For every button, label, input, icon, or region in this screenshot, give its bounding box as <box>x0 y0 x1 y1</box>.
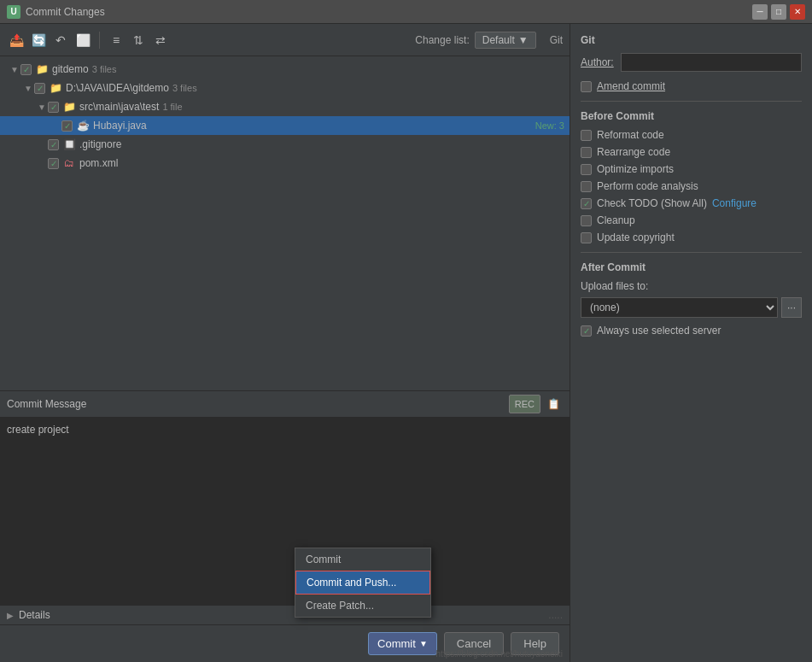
commit-dropdown-arrow-icon: ▼ <box>419 639 428 648</box>
perform-row: Perform code analysis <box>581 180 802 192</box>
perform-checkbox[interactable] <box>581 181 592 192</box>
always-use-checkbox[interactable] <box>581 325 592 337</box>
rearrange-row: Rearrange code <box>581 146 802 158</box>
upload-label: Upload files to: <box>581 280 802 292</box>
commit-message-header: Commit Message REC 📋 <box>0 391 570 417</box>
checkbox-gitignore[interactable] <box>48 139 59 150</box>
upload-more-button[interactable]: ··· <box>781 297 802 318</box>
author-input[interactable] <box>621 53 802 72</box>
tree-count-src: 1 file <box>162 102 182 112</box>
toolbar-btn-rollback[interactable]: ↶ <box>51 31 70 50</box>
commit-button[interactable]: Commit ▼ <box>368 632 437 655</box>
checktodo-checkbox[interactable] <box>581 198 592 209</box>
cleanup-row: Cleanup <box>581 214 802 226</box>
changelist-label: Change list: <box>415 34 469 46</box>
configure-link[interactable]: Configure <box>712 197 757 209</box>
minimize-button[interactable]: ─ <box>752 4 768 20</box>
dropdown-item-create-patch[interactable]: Create Patch... <box>295 595 430 617</box>
tree-row-hubayi[interactable]: ▶ ☕ Hubayi.java New: 3 <box>0 116 570 135</box>
rearrange-checkbox[interactable] <box>581 147 592 158</box>
commit-message-controls: REC 📋 <box>509 395 563 413</box>
toolbar-separator <box>99 32 100 49</box>
changelist-button[interactable]: Default ▼ <box>475 32 536 49</box>
always-use-label: Always use selected server <box>597 325 721 337</box>
folder-icon-path1: 📁 <box>49 81 62 95</box>
dropdown-item-commit-push[interactable]: Commit and Push... <box>295 571 430 595</box>
tree-row-pom[interactable]: ▶ 🗂 pom.xml <box>0 154 570 173</box>
amend-commit-label: Amend commit <box>597 80 665 92</box>
checkbox-pom[interactable] <box>48 158 59 169</box>
tree-row-gitignore[interactable]: ▶ 🔲 .gitignore <box>0 135 570 154</box>
file-tree[interactable]: ▼ 📁 gitdemo 3 files ▼ 📁 D:\JAVA\IDEA\git… <box>0 56 570 390</box>
perform-label: Perform code analysis <box>597 180 698 192</box>
git-section-title: Git <box>581 34 802 46</box>
maximize-button[interactable]: □ <box>771 4 786 20</box>
details-arrow-icon: ▶ <box>7 611 14 620</box>
title-bar: U Commit Changes ─ □ ✕ <box>0 0 812 24</box>
toolbar-btn-compare[interactable]: ⬜ <box>73 31 92 50</box>
window-title: Commit Changes <box>26 6 752 18</box>
toolbar-btn-update[interactable]: 🔄 <box>29 31 48 50</box>
author-label: Author: <box>581 56 614 68</box>
checktodo-row: Check TODO (Show All) Configure <box>581 197 802 209</box>
close-button[interactable]: ✕ <box>790 4 805 20</box>
toolbar: 📤 🔄 ↶ ⬜ ≡ ⇅ ⇄ Change list: Default ▼ Git <box>0 24 570 56</box>
watermark-text: https://blog.csdn.net/hutuyaoneixi <box>436 649 563 659</box>
checkbox-hubayi[interactable] <box>61 120 73 132</box>
tree-label-hubayi: Hubayi.java <box>93 120 147 132</box>
details-dots: ..... <box>548 609 563 621</box>
details-label: Details <box>19 609 50 621</box>
window-controls: ─ □ ✕ <box>752 4 805 20</box>
xml-icon-pom: 🗂 <box>62 156 76 170</box>
reformat-row: Reformat code <box>581 129 802 141</box>
java-icon-hubayi: ☕ <box>76 119 90 132</box>
amend-commit-row: Amend commit <box>581 80 802 92</box>
dropdown-menu: Commit Commit and Push... Create Patch..… <box>295 548 431 618</box>
upload-select[interactable]: (none) <box>581 297 778 318</box>
tree-row-path1[interactable]: ▼ 📁 D:\JAVA\IDEA\gitdemo 3 files <box>0 79 570 97</box>
folder-icon-src: 📁 <box>62 100 76 114</box>
toolbar-btn-filter[interactable]: ⇄ <box>151 31 170 50</box>
tree-arrow-src[interactable]: ▼ <box>36 101 48 113</box>
amend-commit-checkbox[interactable] <box>581 81 592 92</box>
details-section[interactable]: ▶ Details ..... <box>0 605 570 624</box>
cleanup-checkbox[interactable] <box>581 215 592 226</box>
reformat-checkbox[interactable] <box>581 130 592 141</box>
tree-label-gitdemo: gitdemo <box>52 63 89 75</box>
checktodo-label: Check TODO (Show All) <box>597 197 707 209</box>
commit-message-label: Commit Message <box>7 398 86 410</box>
before-commit-divider <box>581 101 802 102</box>
git-label: Git <box>550 34 563 46</box>
tree-count-gitdemo: 3 files <box>92 64 117 74</box>
tree-label-path1: D:\JAVA\IDEA\gitdemo <box>66 82 169 94</box>
rec-button[interactable]: REC <box>509 395 540 413</box>
copyright-checkbox[interactable] <box>581 232 592 243</box>
after-commit-title: After Commit <box>581 261 802 273</box>
tree-label-gitignore: .gitignore <box>79 138 121 150</box>
checkbox-src[interactable] <box>48 102 59 113</box>
tree-row-gitdemo[interactable]: ▼ 📁 gitdemo 3 files <box>0 60 570 79</box>
copyright-row: Update copyright <box>581 231 802 243</box>
toolbar-btn-checkin[interactable]: 📤 <box>7 31 26 50</box>
gitignore-icon: 🔲 <box>62 138 76 151</box>
copy-message-btn[interactable]: 📋 <box>544 395 563 413</box>
tree-arrow-path1[interactable]: ▼ <box>22 82 34 94</box>
checkbox-path1[interactable] <box>34 83 45 94</box>
toolbar-btn-groupby[interactable]: ≡ <box>107 31 126 50</box>
tree-arrow-gitdemo[interactable]: ▼ <box>9 63 20 75</box>
toolbar-btn-sort[interactable]: ⇅ <box>129 31 148 50</box>
commit-message-section: Commit Message REC 📋 create project <box>0 390 570 605</box>
dropdown-item-commit[interactable]: Commit <box>295 548 430 571</box>
changelist-area: Change list: Default ▼ Git <box>415 32 563 49</box>
optimize-checkbox[interactable] <box>581 164 592 175</box>
tree-row-src[interactable]: ▼ 📁 src\main\java\test 1 file <box>0 97 570 116</box>
folder-icon-gitdemo: 📁 <box>35 62 49 76</box>
commit-button-label: Commit <box>377 637 416 650</box>
main-container: 📤 🔄 ↶ ⬜ ≡ ⇅ ⇄ Change list: Default ▼ Git <box>0 24 812 662</box>
commit-message-input[interactable]: create project <box>0 417 570 605</box>
tree-label-pom: pom.xml <box>79 157 118 169</box>
optimize-label: Optimize imports <box>597 163 674 175</box>
cleanup-label: Cleanup <box>597 214 635 226</box>
bottom-bar: Commit Commit and Push... Create Patch..… <box>0 624 570 662</box>
checkbox-gitdemo[interactable] <box>20 64 32 75</box>
